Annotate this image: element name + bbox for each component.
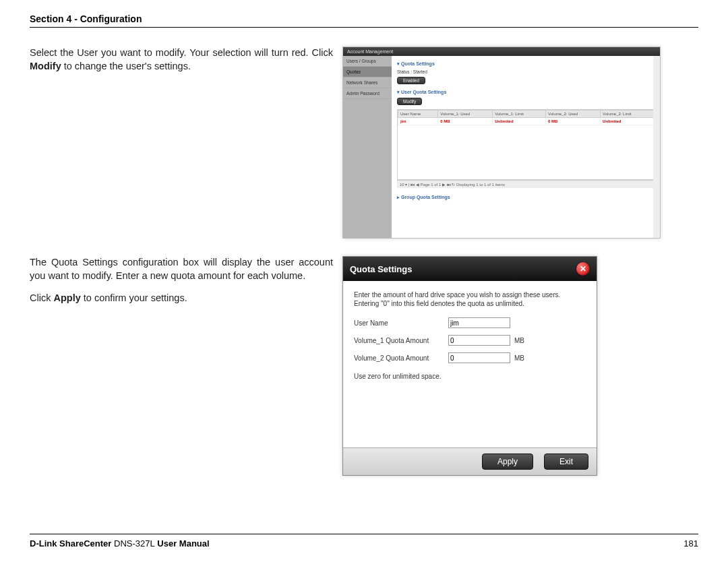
quota-table: User Name Volume_1: Used Volume_1: Limit… bbox=[397, 109, 655, 180]
apply-button[interactable]: Apply bbox=[482, 454, 533, 470]
dialog-title: Quota Settings bbox=[350, 264, 412, 274]
sidebar: Users / Groups Quotas Network Shares Adm… bbox=[343, 56, 392, 238]
cell-v1u: 0 MB bbox=[438, 118, 493, 125]
quota-settings-header[interactable]: ▾Quota Settings bbox=[397, 61, 655, 67]
close-icon[interactable]: ✕ bbox=[576, 262, 590, 276]
footer-model: DNS-327L bbox=[114, 538, 155, 549]
text: Click bbox=[30, 292, 53, 303]
col-v1-limit[interactable]: Volume_1: Limit bbox=[493, 111, 546, 118]
v2-quota-input[interactable] bbox=[448, 352, 510, 363]
sidebar-item-network-shares[interactable]: Network Shares bbox=[343, 77, 392, 88]
dialog-description: Enter the amount of hard drive space you… bbox=[354, 290, 586, 308]
dialog-note: Use zero for unlimited space. bbox=[354, 373, 586, 380]
footer-suffix: User Manual bbox=[157, 538, 209, 549]
footer-brand: D-Link ShareCenter bbox=[30, 538, 111, 549]
col-v1-used[interactable]: Volume_1: Used bbox=[438, 111, 493, 118]
status-value: Started bbox=[413, 69, 427, 74]
v2-quota-label: Volume_2 Quota Amount bbox=[354, 354, 448, 362]
cell-v2l: Unlimited bbox=[601, 118, 654, 125]
apply-bold: Apply bbox=[53, 292, 80, 303]
user-name-input[interactable] bbox=[448, 317, 510, 328]
user-quota-settings-header[interactable]: ▾User Quota Settings bbox=[397, 90, 655, 95]
v1-quota-label: Volume_1 Quota Amount bbox=[354, 337, 448, 344]
sidebar-item-users-groups[interactable]: Users / Groups bbox=[343, 56, 392, 67]
instruction-block-2: The Quota Settings configuration box wil… bbox=[30, 256, 333, 315]
sidebar-item-quotas[interactable]: Quotas bbox=[343, 67, 392, 77]
main-panel: ▾Quota Settings Status : Started Enabled… bbox=[392, 56, 660, 238]
unit-mb: MB bbox=[514, 354, 524, 362]
cell-v2u: 0 MB bbox=[546, 118, 601, 125]
text: to confirm your settings. bbox=[81, 292, 187, 303]
unit-mb: MB bbox=[514, 337, 524, 344]
window-title: Account Management bbox=[343, 47, 660, 56]
col-v2-limit[interactable]: Volume_2: Limit bbox=[601, 111, 654, 118]
section-header: Section 4 - Configuration bbox=[30, 13, 698, 28]
scrollbar[interactable] bbox=[653, 56, 660, 238]
table-row[interactable]: jim 0 MB Unlimited 0 MB Unlimited bbox=[398, 118, 654, 125]
screenshot-quota-dialog: Quota Settings ✕ Enter the amount of har… bbox=[342, 256, 597, 476]
exit-button[interactable]: Exit bbox=[544, 454, 588, 470]
page-number: 181 bbox=[684, 538, 698, 549]
modify-button[interactable]: Modify bbox=[397, 98, 422, 105]
col-user-name[interactable]: User Name bbox=[398, 111, 438, 118]
page-footer: D-Link ShareCenter DNS-327L User Manual … bbox=[30, 534, 698, 549]
screenshot-account-management: Account Management Users / Groups Quotas… bbox=[342, 46, 661, 239]
user-name-label: User Name bbox=[354, 319, 448, 327]
enabled-button[interactable]: Enabled bbox=[397, 77, 425, 84]
sidebar-item-admin-password[interactable]: Admin Password bbox=[343, 88, 392, 99]
text: to change the user's settings. bbox=[61, 61, 191, 71]
modify-bold: Modify bbox=[30, 61, 61, 71]
col-v2-used[interactable]: Volume_2: Used bbox=[546, 111, 601, 118]
group-quota-settings-header[interactable]: ▸ Group Quota Settings bbox=[397, 195, 655, 200]
table-pager[interactable]: 10 ▾ | ⏮ ◀ Page 1 of 1 ▶ ⏭ ↻ Displaying … bbox=[397, 180, 655, 188]
text: Select the User you want to modify. Your… bbox=[30, 47, 333, 58]
v1-quota-input[interactable] bbox=[448, 335, 510, 346]
instruction-block-1: Select the User you want to modify. Your… bbox=[30, 46, 333, 82]
status-label: Status : bbox=[397, 69, 412, 74]
cell-v1l: Unlimited bbox=[493, 118, 546, 125]
text: The Quota Settings configuration box wil… bbox=[30, 256, 333, 282]
cell-user: jim bbox=[398, 118, 438, 125]
